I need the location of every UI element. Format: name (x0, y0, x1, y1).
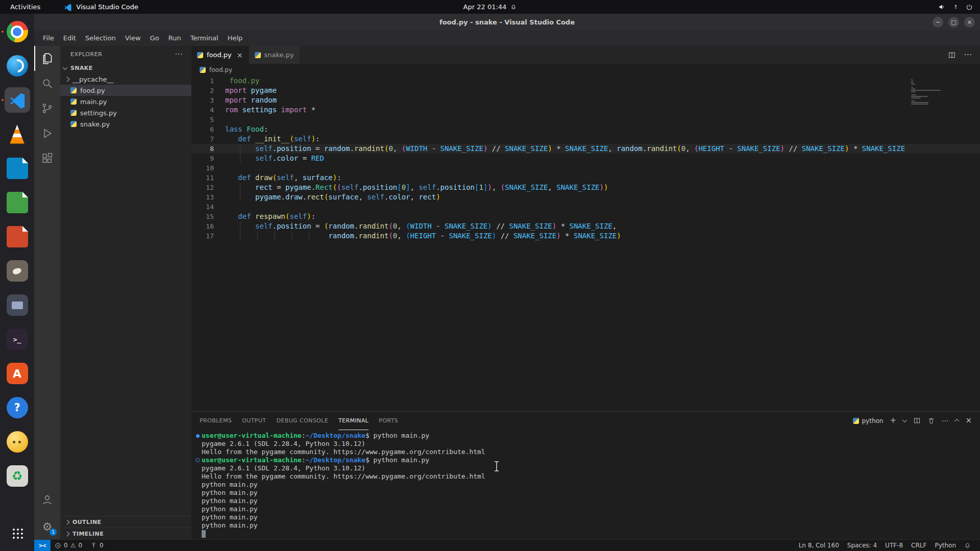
explorer-item-__pycache__[interactable]: __pycache__ (60, 73, 191, 85)
dock-item-gimp[interactable] (5, 258, 30, 284)
account-button[interactable] (34, 487, 60, 514)
dock-item-libreoffice-writer[interactable] (5, 156, 30, 181)
notifications-bell-icon[interactable] (960, 542, 975, 549)
dock-item-thunderbird[interactable] (5, 53, 30, 79)
activity-source-control[interactable] (34, 96, 60, 121)
code-line-11[interactable]: 11 def draw(self, surface): (191, 173, 980, 183)
dock-item-chrome[interactable] (5, 19, 30, 44)
explorer-item-snake-py[interactable]: snake.py (60, 118, 191, 130)
terminal-text: Hello from the pygame community. https:/… (202, 472, 485, 481)
code-line-15[interactable]: 15 def respawn(self): (191, 212, 980, 221)
code-line-17[interactable]: 17 │ │ │ │ │ random.randint(0, (HEIGHT -… (191, 231, 980, 241)
close-panel-icon[interactable]: × (965, 417, 972, 424)
close-button[interactable]: × (964, 17, 975, 28)
dock-item-game[interactable] (5, 429, 30, 455)
remote-indicator[interactable]: >< (34, 540, 51, 551)
code-line-1[interactable]: 1 food.py (191, 76, 980, 86)
dock-item-ubuntu-software[interactable]: A (5, 361, 30, 386)
file-label: food.py (80, 87, 105, 94)
code-line-12[interactable]: 12 │ rect = pygame.Rect((self.position[0… (191, 183, 980, 192)
panel-more-actions-icon[interactable]: ··· (942, 417, 948, 425)
file-tree: __pycache__food.pymain.pysettings.pysnak… (60, 73, 191, 130)
terminal-command-decoration[interactable] (193, 434, 202, 438)
code-line-7[interactable]: 7 def __init__(self): (191, 134, 980, 144)
cursor-position-status[interactable]: Ln 8, Col 160 (795, 542, 843, 549)
maximize-button[interactable]: □ (948, 17, 959, 28)
menu-run[interactable]: Run (164, 33, 186, 44)
dock-item-trash[interactable]: ♻ (5, 463, 30, 489)
breadcrumb[interactable]: food.py (191, 64, 980, 76)
editor-more-actions-icon[interactable]: ··· (964, 50, 972, 60)
dock-item-vlc[interactable] (5, 121, 30, 147)
panel-tab-ports[interactable]: PORTS (379, 412, 398, 430)
problems-status[interactable]: 0 ⚠ 0 (51, 540, 86, 551)
code-line-5[interactable]: 5 (191, 115, 980, 124)
code-line-14[interactable]: 14 (191, 202, 980, 212)
terminal-shell-chip[interactable]: python (853, 417, 884, 424)
explorer-item-settings-py[interactable]: settings.py (60, 107, 191, 118)
code-line-6[interactable]: 6lass Food: (191, 124, 980, 134)
ports-status[interactable]: 0 (86, 540, 108, 551)
split-terminal-icon[interactable] (913, 417, 921, 424)
menu-file[interactable]: File (38, 33, 59, 44)
code-line-3[interactable]: 3mport random (191, 95, 980, 105)
menu-help[interactable]: Help (223, 33, 248, 44)
activity-search[interactable] (34, 71, 60, 96)
menu-edit[interactable]: Edit (59, 33, 81, 44)
editor-code-area[interactable]: 1 food.py2mport pygame3mport random4rom … (191, 76, 980, 411)
dock-item-libreoffice-calc[interactable] (5, 190, 30, 215)
indentation-status[interactable]: Spaces: 4 (843, 542, 881, 549)
section-snake[interactable]: SNAKE (60, 62, 191, 73)
settings-button[interactable]: ⚙ 1 (34, 514, 60, 539)
tab-snake-py[interactable]: snake.py (249, 46, 300, 64)
code-line-9[interactable]: 9 │ self.color = RED (191, 154, 980, 163)
menu-view[interactable]: View (120, 33, 145, 44)
language-mode-status[interactable]: Python (930, 542, 960, 549)
panel-tab-debug-console[interactable]: DEBUG CONSOLE (276, 412, 328, 430)
new-terminal-button[interactable]: + (890, 417, 896, 424)
editor-group: food.py×snake.py ··· food.py 1 f (191, 46, 980, 539)
menu-selection[interactable]: Selection (81, 33, 120, 44)
encoding-status[interactable]: UTF-8 (881, 542, 907, 549)
clock[interactable]: Apr 22 01:44 (434, 3, 546, 11)
minimize-button[interactable]: − (933, 17, 943, 28)
eol-status[interactable]: CRLF (907, 542, 930, 549)
dock-item-libreoffice-impress[interactable] (5, 224, 30, 249)
explorer-item-main-py[interactable]: main.py (60, 96, 191, 107)
close-icon[interactable]: × (237, 51, 243, 59)
kill-terminal-icon[interactable] (927, 417, 935, 424)
panel-tab-terminal[interactable]: TERMINAL (338, 412, 369, 430)
split-editor-icon[interactable] (948, 51, 956, 59)
dock-item-files[interactable] (5, 292, 30, 318)
section-outline[interactable]: OUTLINE (60, 516, 191, 528)
section-timeline[interactable]: TIMELINE (60, 528, 191, 539)
panel-tab-output[interactable]: OUTPUT (242, 412, 266, 430)
code-line-10[interactable]: 10 (191, 163, 980, 173)
activity-explorer[interactable] (34, 46, 60, 71)
dock-item-terminal-app[interactable]: >_ (5, 327, 30, 352)
activity-extensions[interactable] (34, 146, 60, 171)
dock-item-app-grid[interactable] (5, 520, 30, 546)
activities-button[interactable]: Activities (7, 3, 43, 11)
menu-go[interactable]: Go (145, 33, 164, 44)
code-line-8[interactable]: 8 │ self.position = random.randint(0, (W… (191, 144, 980, 154)
minimap[interactable] (911, 76, 944, 411)
code-line-2[interactable]: 2mport pygame (191, 86, 980, 95)
terminal-dropdown-icon[interactable] (902, 417, 908, 422)
explorer-item-food-py[interactable]: food.py (60, 85, 191, 96)
panel-tab-problems[interactable]: PROBLEMS (200, 412, 232, 430)
activity-run-debug[interactable] (34, 121, 60, 146)
menu-terminal[interactable]: Terminal (186, 33, 223, 44)
tab-food-py[interactable]: food.py× (191, 46, 249, 64)
code-line-13[interactable]: 13 │ pygame.draw.rect(surface, self.colo… (191, 192, 980, 202)
dock-item-help[interactable]: ? (5, 395, 30, 420)
code-line-16[interactable]: 16 │ self.position = (random.randint(0, … (191, 221, 980, 231)
dock-item-vscode[interactable] (5, 87, 30, 113)
terminal-command-decoration[interactable] (193, 458, 202, 462)
code-line-4[interactable]: 4rom settings import * (191, 105, 980, 115)
explorer-more-actions-icon[interactable]: ··· (175, 50, 183, 58)
focused-app-indicator[interactable]: Visual Studio Code (64, 3, 138, 11)
system-tray[interactable] (938, 3, 973, 11)
terminal[interactable]: user@user-virtual-machine:~/Desktop/snak… (191, 430, 980, 539)
maximize-panel-icon[interactable] (954, 419, 960, 424)
